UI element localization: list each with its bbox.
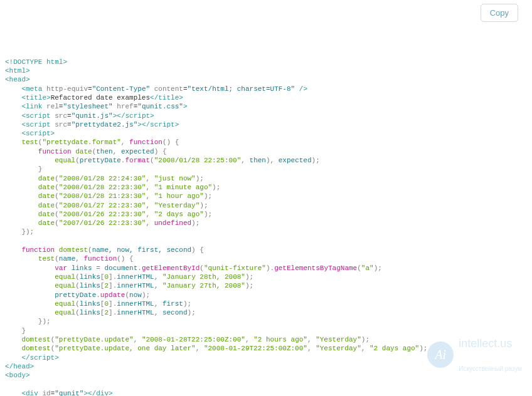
- copy-button[interactable]: Copy: [481, 4, 518, 22]
- code-block: <!DOCTYPE html> <html> <head> <meta http…: [5, 58, 527, 396]
